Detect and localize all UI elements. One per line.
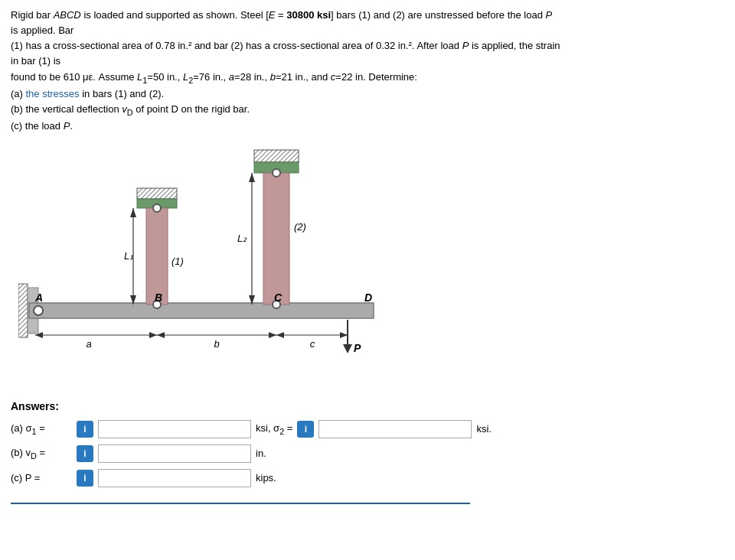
dim-b-label: b [214,338,219,350]
answer-c-info-btn[interactable]: i [77,470,93,487]
answer-c-label: (c) P = [11,472,72,483]
svg-marker-17 [249,173,255,182]
problem-line1: Rigid bar ABCD is loaded and supported a… [11,9,552,36]
point-c-label: C [274,291,283,304]
svg-rect-0 [18,284,28,337]
dim-c-label: c [310,338,315,350]
answer-a-label: (a) σ1 = [11,422,72,436]
L1-label: L₁ [124,250,133,262]
answer-row-b: (b) vD = i in. [11,444,724,463]
problem-text: Rigid bar ABCD is loaded and supported a… [11,8,562,135]
point-a-label: A [34,291,43,304]
problem-line5: (b) the vertical deflection vD of point … [11,103,250,115]
answer-a-unit1: ksi, σ2 = [256,422,292,436]
diagram-svg: A (1) L₁ (2) L₂ [18,142,416,379]
svg-marker-25 [157,332,165,338]
bottom-rule [11,503,470,504]
dim-a-label: a [86,338,91,350]
answer-b-label: (b) vD = [11,447,72,461]
svg-point-30 [34,306,43,315]
answer-a-info-btn[interactable]: i [77,421,93,438]
svg-marker-23 [149,332,157,338]
problem-line2: (1) has a cross-sectional area of 0.78 i… [11,40,560,67]
bar2-label: (2) [294,221,306,233]
answer-a-sigma2-input[interactable] [318,420,472,438]
svg-marker-20 [343,344,352,353]
svg-rect-3 [137,188,177,199]
answer-c-unit: kips. [256,472,276,483]
answer-b-unit: in. [256,448,266,459]
answer-b-input[interactable] [98,444,251,463]
svg-rect-2 [29,303,374,318]
svg-marker-28 [276,332,284,338]
answers-title: Answers: [11,400,724,412]
answer-row-c: (c) P = i kips. [11,469,724,487]
point-b-label: B [155,291,162,304]
problem-line6: (c) the load P. [11,120,73,132]
svg-rect-5 [146,208,168,304]
answer-c-input[interactable] [98,469,251,487]
svg-point-14 [273,169,280,177]
answer-row-a: (a) σ1 = i ksi, σ2 = i ksi. [11,420,724,438]
answer-b-info-btn[interactable]: i [77,445,93,462]
answers-section: Answers: (a) σ1 = i ksi, σ2 = i ksi. (b)… [11,396,724,504]
svg-marker-29 [340,332,348,338]
answer-a2-info-btn[interactable]: i [297,421,314,438]
svg-point-6 [153,204,161,212]
svg-marker-26 [269,332,276,338]
p-load-label: P [354,342,361,354]
problem-line3: found to be 610 με. Assume L1=50 in., L2… [11,71,417,83]
diagram-container: A (1) L₁ (2) L₂ [18,142,724,382]
svg-marker-9 [130,208,136,217]
answer-a-sigma1-input[interactable] [98,420,251,438]
point-d-label: D [364,291,372,304]
answer-a-unit2: ksi. [476,423,492,435]
svg-rect-11 [254,150,299,162]
svg-rect-13 [263,173,289,304]
problem-line4: (a) the stresses in bars (1) and (2). [11,88,164,99]
bar1-label: (1) [172,256,184,267]
L2-label: L₂ [237,233,247,244]
